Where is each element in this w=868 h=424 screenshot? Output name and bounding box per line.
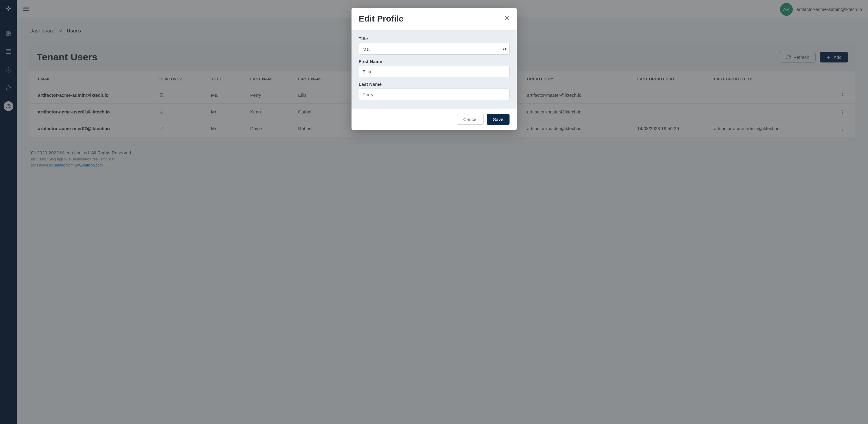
save-button[interactable]: Save [487,114,509,125]
edit-profile-modal: Edit Profile × Title Ms. ▴▾ First Name L… [351,8,517,130]
modal-close-button[interactable]: × [504,14,509,23]
modal-title: Edit Profile [359,14,404,24]
title-select[interactable]: Ms. [359,43,509,55]
cancel-button[interactable]: Cancel [457,114,484,125]
first-name-field-label: First Name [359,59,509,64]
first-name-input[interactable] [359,66,509,77]
modal-overlay[interactable]: Edit Profile × Title Ms. ▴▾ First Name L… [0,0,868,424]
last-name-input[interactable] [359,89,509,100]
title-field-label: Title [359,36,509,41]
last-name-field-label: Last Name [359,82,509,87]
